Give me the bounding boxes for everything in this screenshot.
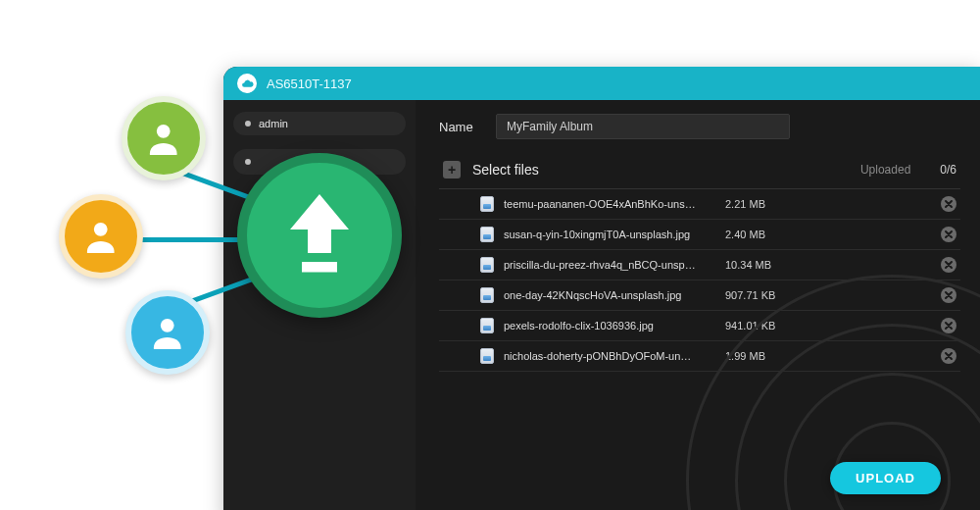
album-name-input[interactable] bbox=[496, 114, 790, 139]
uploaded-label: Uploaded bbox=[860, 163, 910, 177]
file-size: 2.40 MB bbox=[725, 229, 794, 240]
svg-point-2 bbox=[161, 319, 174, 332]
sidebar-user-label: admin bbox=[259, 118, 288, 129]
remove-file-button[interactable] bbox=[941, 287, 956, 303]
window-title: AS6510T-1137 bbox=[267, 76, 352, 91]
svg-point-1 bbox=[94, 223, 108, 236]
file-name: nicholas-doherty-pONBhDyOFoM-un… bbox=[504, 350, 715, 362]
file-name: one-day-42KNqscHoVA-unsplash.jpg bbox=[504, 289, 715, 301]
main-panel: Name + Select files Uploaded 0/6 teemu-p… bbox=[416, 100, 980, 510]
file-icon bbox=[480, 318, 494, 333]
file-icon bbox=[480, 227, 494, 242]
person-icon bbox=[122, 96, 206, 180]
file-row: priscilla-du-preez-rhva4q_nBCQ-unsp… 10.… bbox=[439, 250, 960, 280]
window-titlebar: AS6510T-1137 bbox=[223, 67, 980, 100]
remove-file-button[interactable] bbox=[941, 227, 956, 242]
file-name: priscilla-du-preez-rhva4q_nBCQ-unsp… bbox=[504, 259, 715, 271]
status-dot-icon bbox=[245, 159, 251, 165]
file-name: teemu-paananen-OOE4xAnBhKo-uns… bbox=[504, 198, 715, 210]
svg-point-0 bbox=[157, 125, 171, 138]
sidebar: admin bbox=[223, 100, 416, 510]
person-icon bbox=[59, 194, 143, 279]
file-row: susan-q-yin-10xingmjT0A-unsplash.jpg 2.4… bbox=[439, 220, 960, 250]
file-icon bbox=[480, 196, 494, 212]
file-size: 2.21 MB bbox=[725, 198, 794, 210]
file-row: nicholas-doherty-pONBhDyOFoM-un… 1.99 MB bbox=[439, 341, 960, 372]
file-list: teemu-paananen-OOE4xAnBhKo-uns… 2.21 MB … bbox=[439, 189, 960, 372]
remove-file-button[interactable] bbox=[941, 348, 956, 364]
status-dot-icon bbox=[245, 121, 251, 127]
select-files-title: Select files bbox=[472, 162, 849, 178]
remove-file-button[interactable] bbox=[941, 196, 956, 212]
add-files-button[interactable]: + bbox=[443, 161, 461, 178]
file-row: pexels-rodolfo-clix-1036936.jpg 941.01 K… bbox=[439, 311, 960, 341]
name-row: Name bbox=[439, 114, 960, 139]
upload-button[interactable]: UPLOAD bbox=[830, 462, 941, 494]
cloud-icon bbox=[237, 74, 257, 93]
name-label: Name bbox=[439, 120, 482, 134]
remove-file-button[interactable] bbox=[941, 257, 956, 273]
file-size: 1.99 MB bbox=[725, 350, 794, 362]
upload-window: AS6510T-1137 admin Name + Select files U… bbox=[223, 67, 980, 510]
file-row: teemu-paananen-OOE4xAnBhKo-uns… 2.21 MB bbox=[439, 189, 960, 220]
uploaded-count: 0/6 bbox=[940, 163, 956, 177]
file-icon bbox=[480, 287, 494, 303]
select-files-header: + Select files Uploaded 0/6 bbox=[439, 153, 960, 189]
sidebar-item-blank[interactable] bbox=[233, 149, 406, 175]
file-name: susan-q-yin-10xingmjT0A-unsplash.jpg bbox=[504, 229, 715, 240]
file-row: one-day-42KNqscHoVA-unsplash.jpg 907.71 … bbox=[439, 280, 960, 311]
file-icon bbox=[480, 348, 494, 364]
file-size: 10.34 MB bbox=[725, 259, 794, 271]
sidebar-item-user[interactable]: admin bbox=[233, 112, 406, 135]
file-icon bbox=[480, 257, 494, 273]
remove-file-button[interactable] bbox=[941, 318, 956, 333]
file-name: pexels-rodolfo-clix-1036936.jpg bbox=[504, 320, 715, 332]
file-size: 941.01 KB bbox=[725, 320, 794, 332]
person-icon bbox=[125, 290, 210, 375]
file-size: 907.71 KB bbox=[725, 289, 794, 301]
